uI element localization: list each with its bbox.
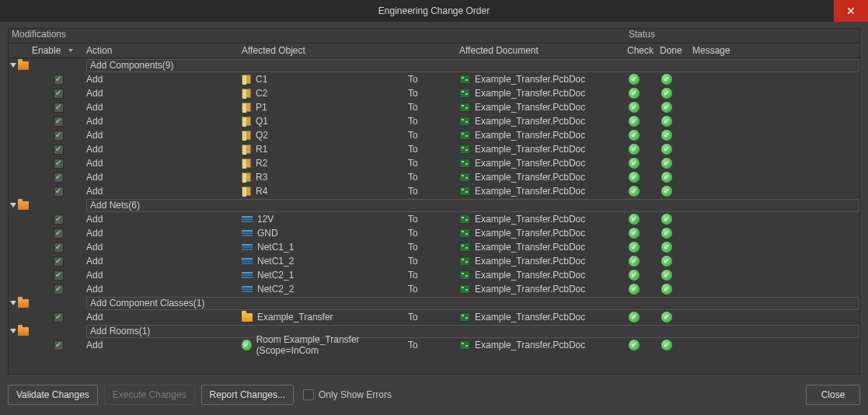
eco-row[interactable]: AddR4ToExample_Transfer.PcbDoc <box>9 184 859 198</box>
folder-icon <box>18 299 29 308</box>
eco-row[interactable]: AddNetC1_1ToExample_Transfer.PcbDoc <box>9 240 859 254</box>
eco-row[interactable]: AddNetC2_2ToExample_Transfer.PcbDoc <box>9 282 859 296</box>
eco-row[interactable]: AddQ2ToExample_Transfer.PcbDoc <box>9 128 859 142</box>
expander-icon[interactable] <box>10 203 16 208</box>
expander-icon[interactable] <box>10 301 16 305</box>
eco-row[interactable]: Add12VToExample_Transfer.PcbDoc <box>9 212 859 226</box>
enable-checkbox[interactable] <box>54 159 64 169</box>
done-icon <box>661 186 672 197</box>
enable-checkbox[interactable] <box>54 173 64 183</box>
eco-row[interactable]: AddExample_TransferToExample_Transfer.Pc… <box>9 310 859 324</box>
eco-row[interactable]: AddP1ToExample_Transfer.PcbDoc <box>9 100 859 114</box>
doc-name: Example_Transfer.PcbDoc <box>475 158 585 169</box>
eco-row[interactable]: AddR3ToExample_Transfer.PcbDoc <box>9 170 859 184</box>
action-cell: Add <box>86 186 242 197</box>
to-label: To <box>408 186 459 197</box>
group-row[interactable]: Add Rooms(1) <box>9 324 859 338</box>
enable-checkbox[interactable] <box>54 270 64 281</box>
to-label: To <box>408 102 459 113</box>
col-message[interactable]: Message <box>692 45 859 56</box>
execute-changes-button[interactable]: Execute Changes <box>104 385 195 405</box>
to-label: To <box>408 130 459 141</box>
close-icon: ✕ <box>846 5 856 17</box>
enable-checkbox[interactable] <box>54 242 64 253</box>
col-enable[interactable]: Enable <box>30 45 86 56</box>
col-affected-document[interactable]: Affected Document <box>459 45 627 56</box>
pcbdoc-icon <box>459 256 470 266</box>
enable-checkbox[interactable] <box>54 187 64 197</box>
eco-row[interactable]: AddC1ToExample_Transfer.PcbDoc <box>9 72 859 86</box>
col-check[interactable]: Check <box>627 45 660 56</box>
eco-row[interactable]: AddR1ToExample_Transfer.PcbDoc <box>9 142 859 156</box>
check-icon <box>629 284 640 295</box>
eco-row[interactable]: AddR2ToExample_Transfer.PcbDoc <box>9 156 859 170</box>
component-icon <box>242 89 251 98</box>
expander-icon[interactable] <box>10 63 16 68</box>
component-icon <box>242 187 251 196</box>
only-show-errors-checkbox[interactable]: Only Show Errors <box>303 389 392 400</box>
enable-checkbox[interactable] <box>54 340 64 350</box>
eco-row[interactable]: AddRoom Example_Transfer (Scope=InComToE… <box>9 338 859 352</box>
enable-checkbox[interactable] <box>54 145 64 155</box>
done-icon <box>661 312 672 323</box>
folder-icon <box>18 327 29 336</box>
report-changes-button[interactable]: Report Changes... <box>201 385 294 405</box>
check-icon <box>629 102 640 113</box>
title-bar: Engineering Change Order ✕ <box>0 0 868 22</box>
to-label: To <box>408 242 459 253</box>
window-close-button[interactable]: ✕ <box>834 0 868 22</box>
check-icon <box>629 228 640 239</box>
doc-name: Example_Transfer.PcbDoc <box>475 270 585 281</box>
done-icon <box>661 172 672 183</box>
to-label: To <box>408 312 459 323</box>
enable-checkbox[interactable] <box>54 89 64 99</box>
pcbdoc-icon <box>459 270 470 280</box>
close-button[interactable]: Close <box>806 385 860 405</box>
eco-panel: Modifications Status Enable Action Affec… <box>8 28 860 375</box>
pcbdoc-icon <box>459 75 470 84</box>
group-label: Add Rooms(1) <box>90 326 150 337</box>
enable-checkbox[interactable] <box>54 117 64 127</box>
component-icon <box>242 131 251 140</box>
group-row[interactable]: Add Components(9) <box>9 58 859 72</box>
pcbdoc-icon <box>459 117 470 126</box>
doc-name: Example_Transfer.PcbDoc <box>475 88 585 99</box>
eco-row[interactable]: AddGNDToExample_Transfer.PcbDoc <box>9 226 859 240</box>
check-icon <box>629 256 640 267</box>
validate-changes-button[interactable]: Validate Changes <box>8 385 98 405</box>
done-icon <box>661 270 672 281</box>
to-label: To <box>408 256 459 267</box>
enable-checkbox[interactable] <box>54 284 64 295</box>
enable-checkbox[interactable] <box>54 75 64 85</box>
enable-checkbox[interactable] <box>54 256 64 267</box>
enable-checkbox[interactable] <box>54 214 64 225</box>
col-affected-object[interactable]: Affected Object <box>242 45 408 56</box>
done-icon <box>661 74 672 85</box>
action-cell: Add <box>86 340 242 350</box>
eco-row[interactable]: AddNetC1_2ToExample_Transfer.PcbDoc <box>9 254 859 268</box>
enable-checkbox[interactable] <box>54 312 64 323</box>
eco-grid[interactable]: Add Components(9)AddC1ToExample_Transfer… <box>9 58 859 374</box>
object-name: R2 <box>256 158 267 169</box>
component-icon <box>242 75 251 84</box>
col-action[interactable]: Action <box>86 45 242 56</box>
group-row[interactable]: Add Nets(6) <box>9 198 859 212</box>
eco-row[interactable]: AddQ1ToExample_Transfer.PcbDoc <box>9 114 859 128</box>
enable-checkbox[interactable] <box>54 131 64 141</box>
check-icon <box>629 172 640 183</box>
expander-icon[interactable] <box>10 329 16 333</box>
eco-row[interactable]: AddNetC2_1ToExample_Transfer.PcbDoc <box>9 268 859 282</box>
pcbdoc-icon <box>459 312 470 322</box>
col-done[interactable]: Done <box>660 45 692 56</box>
action-cell: Add <box>86 256 242 267</box>
object-name: R1 <box>256 144 267 155</box>
object-name: GND <box>257 228 278 239</box>
pcbdoc-icon <box>459 340 470 350</box>
to-label: To <box>408 74 459 85</box>
enable-checkbox[interactable] <box>54 103 64 113</box>
group-row[interactable]: Add Component Classes(1) <box>9 296 859 310</box>
action-cell: Add <box>86 116 242 127</box>
doc-name: Example_Transfer.PcbDoc <box>475 102 585 113</box>
eco-row[interactable]: AddC2ToExample_Transfer.PcbDoc <box>9 86 859 100</box>
enable-checkbox[interactable] <box>54 228 64 239</box>
